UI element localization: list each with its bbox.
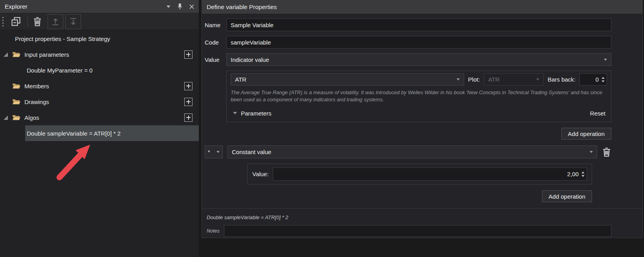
toolbar-divider — [28, 17, 28, 27]
folder-icon — [12, 51, 21, 58]
properties-title: Define variable Properties — [207, 4, 277, 11]
code-label: Code — [205, 39, 226, 46]
chevron-down-icon — [590, 151, 593, 153]
tree-item-members[interactable]: Members — [0, 78, 199, 94]
operation-type-select[interactable]: Constant value — [228, 145, 597, 158]
notes-row: Notes — [207, 225, 611, 237]
spin-up-icon[interactable] — [601, 77, 605, 79]
move-to-top-button[interactable] — [48, 14, 63, 29]
parameters-toggle[interactable]: Parameters Reset — [231, 104, 607, 122]
tree-item-input-parameters[interactable]: Input parameters — [0, 47, 199, 62]
code-input[interactable] — [226, 36, 611, 48]
move-to-bottom-button[interactable] — [65, 14, 81, 29]
name-field-row: Name — [205, 19, 611, 31]
chevron-down-icon — [604, 59, 607, 61]
operation-value-input[interactable] — [273, 168, 580, 180]
panel-menu-icon[interactable] — [167, 6, 170, 8]
operation-row: * Constant value — [205, 145, 611, 158]
value-type-select[interactable]: Indicator value — [226, 53, 611, 66]
properties-footer: Double sampleVariable = ATR[0] * 2 Notes — [202, 208, 642, 237]
plot-label: Plot: — [468, 76, 480, 83]
add-item-button[interactable] — [184, 98, 192, 106]
expander-icon[interactable] — [4, 52, 8, 57]
pin-icon[interactable] — [177, 3, 183, 10]
reset-button[interactable]: Reset — [590, 110, 605, 117]
collapse-all-icon[interactable] — [11, 16, 21, 27]
properties-panel: Define variable Properties Name Code Val… — [202, 0, 643, 238]
explorer-panel: Explorer — [0, 0, 199, 257]
value-label: Value — [205, 56, 226, 63]
indicator-settings-group: ATR Plot: ATR Bars back: The Averag — [226, 71, 611, 122]
name-label: Name — [205, 22, 226, 28]
explorer-toolbar — [0, 13, 199, 30]
arrow-down-from-bar-icon — [68, 17, 78, 26]
spin-up-icon[interactable] — [581, 171, 585, 173]
properties-titlebar: Define variable Properties — [202, 0, 642, 14]
operation-value-spinner[interactable] — [273, 168, 587, 181]
tree-item-project-properties[interactable]: Project properties - Sample Strategy — [0, 31, 199, 47]
plot-select[interactable]: ATR — [484, 73, 544, 86]
expression-preview: Double sampleVariable = ATR[0] * 2 — [207, 214, 611, 220]
folder-icon — [12, 114, 21, 121]
add-operation-button[interactable]: Add operation — [561, 128, 611, 140]
bars-back-label: Bars back: — [548, 76, 576, 83]
add-item-button[interactable] — [184, 50, 192, 59]
chevron-down-icon — [457, 78, 460, 80]
collapse-icon — [233, 112, 237, 114]
add-operation-button[interactable]: Add operation — [542, 190, 592, 202]
operation-value-label: Value: — [252, 171, 273, 177]
operation-value-group: Value: — [247, 164, 592, 184]
indicator-description: The Average True Range (ATR) is a measur… — [231, 89, 607, 103]
explorer-title: Explorer — [5, 3, 28, 10]
notes-input[interactable] — [224, 225, 611, 237]
bars-back-input[interactable] — [580, 74, 600, 85]
indicator-row: ATR Plot: ATR Bars back: — [231, 73, 607, 86]
explorer-titlebar: Explorer — [0, 0, 199, 13]
expander-icon[interactable] — [4, 115, 8, 120]
folder-icon — [12, 99, 21, 105]
close-icon[interactable] — [189, 4, 194, 9]
code-field-row: Code — [205, 36, 611, 48]
value-field-row: Value Indicator value — [205, 53, 611, 66]
tree-item-algos[interactable]: Algos — [0, 110, 199, 125]
delete-operation-icon[interactable] — [602, 147, 611, 157]
name-input[interactable] — [226, 19, 611, 31]
arrow-up-from-bar-icon — [51, 17, 60, 26]
spin-down-icon[interactable] — [601, 80, 605, 82]
folder-icon — [12, 83, 21, 89]
bars-back-spinner[interactable] — [579, 73, 607, 86]
add-item-button[interactable] — [184, 114, 192, 122]
delete-icon[interactable] — [33, 17, 42, 27]
properties-content: Name Code Value Indicator value ATR Plot… — [202, 14, 642, 208]
indicator-select[interactable]: ATR — [231, 73, 464, 86]
operator-select[interactable]: * — [205, 145, 223, 158]
tree-item-myparameter[interactable]: Double MyParameter = 0 — [0, 62, 199, 78]
tree-item-drawings[interactable]: Drawings — [0, 94, 199, 110]
add-item-button[interactable] — [184, 82, 192, 90]
toolbar-grip-icon[interactable] — [2, 17, 4, 26]
tree-item-samplevariable-selected[interactable]: Double sampleVariable = ATR[0] * 2 — [25, 125, 199, 141]
spin-down-icon[interactable] — [581, 175, 585, 177]
notes-label: Notes — [207, 228, 224, 234]
chevron-down-icon — [217, 151, 220, 153]
chevron-down-icon — [536, 78, 539, 80]
explorer-tree: Project properties - Sample Strategy Inp… — [0, 30, 199, 141]
